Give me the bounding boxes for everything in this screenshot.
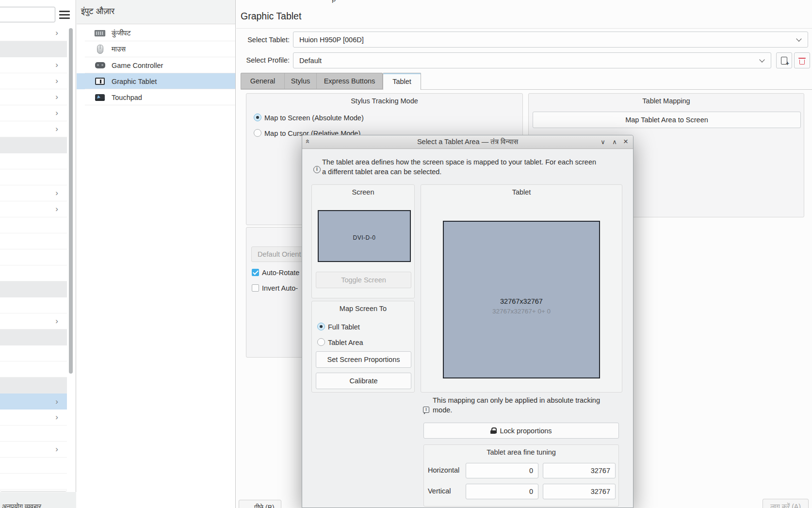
tablet-geometry-label: 32767x32767+ 0+ 0 bbox=[444, 308, 599, 315]
category-row[interactable] bbox=[0, 426, 67, 442]
category-row[interactable] bbox=[0, 57, 67, 73]
vertical-end-field[interactable]: 32767 bbox=[543, 484, 616, 499]
chevron-right-icon bbox=[55, 124, 58, 134]
category-row[interactable] bbox=[0, 458, 67, 474]
left-scrollbar[interactable] bbox=[68, 26, 73, 492]
trash-icon bbox=[798, 57, 806, 65]
scrollbar-thumb[interactable] bbox=[69, 28, 73, 374]
window-title-fragment: p bbox=[332, 0, 341, 4]
auto-rotate-checkbox[interactable] bbox=[252, 269, 259, 276]
radio-absolute-mode[interactable] bbox=[254, 114, 261, 121]
tab-general[interactable]: General bbox=[241, 73, 285, 89]
sidebar-item-graphic-tablet[interactable]: Graphic Tablet bbox=[77, 73, 235, 89]
tab-pane-border bbox=[241, 89, 812, 90]
back-button-label: ← पीछे (B) bbox=[245, 504, 274, 508]
radio-full-tablet-label[interactable]: Full Tablet bbox=[328, 323, 360, 331]
radio-absolute-label[interactable]: Map to Screen (Absolute Mode) bbox=[264, 114, 364, 122]
apply-button[interactable]: लागू करें (A) bbox=[763, 499, 809, 508]
invert-auto-rotate-checkbox[interactable] bbox=[252, 284, 259, 292]
tab-stylus[interactable]: Stylus bbox=[285, 73, 317, 89]
touchpad-icon bbox=[94, 92, 106, 103]
select-tablet-combobox[interactable]: Huion H950P [006D] bbox=[293, 32, 808, 48]
auto-rotate-label[interactable]: Auto-Rotate bbox=[262, 269, 299, 277]
select-profile-combobox[interactable]: Default bbox=[293, 52, 771, 68]
radio-full-tablet[interactable] bbox=[317, 323, 325, 330]
category-row[interactable] bbox=[0, 361, 67, 377]
close-button[interactable]: × bbox=[621, 137, 631, 147]
hamburger-menu-icon[interactable] bbox=[58, 9, 71, 20]
category-row[interactable] bbox=[0, 490, 67, 492]
category-row[interactable] bbox=[0, 105, 67, 121]
radio-relative-mode[interactable] bbox=[254, 129, 261, 137]
category-row[interactable] bbox=[0, 217, 67, 233]
category-row[interactable] bbox=[0, 169, 67, 185]
lock-proportions-label: Lock proportions bbox=[500, 427, 552, 435]
category-row[interactable] bbox=[0, 201, 67, 217]
category-row[interactable] bbox=[0, 377, 67, 393]
category-row[interactable] bbox=[0, 410, 67, 426]
category-row[interactable] bbox=[0, 41, 67, 57]
sidebar-item-game-controller[interactable]: Game Controller bbox=[77, 57, 235, 73]
category-row[interactable] bbox=[0, 281, 67, 297]
sidebar-item-mouse[interactable]: माउस bbox=[77, 41, 235, 57]
chevron-down-icon bbox=[796, 36, 801, 41]
radio-tablet-area-label[interactable]: Tablet Area bbox=[328, 339, 363, 346]
tablet-size-label: 32767x32767 bbox=[444, 297, 599, 305]
category-row[interactable] bbox=[0, 329, 67, 345]
screen-preview[interactable]: DVI-D-0 bbox=[318, 210, 411, 262]
sidebar-item-keyboard[interactable]: कुंजीपट bbox=[77, 25, 235, 41]
back-button[interactable]: ← पीछे (B) bbox=[239, 500, 281, 508]
calibrate-button[interactable]: Calibrate bbox=[316, 373, 411, 389]
tablet-area-preview[interactable]: 32767x32767 32767x32767+ 0+ 0 bbox=[443, 221, 600, 378]
info-icon bbox=[313, 166, 321, 173]
invert-auto-rotate-label[interactable]: Invert Auto- bbox=[262, 284, 298, 292]
category-row[interactable] bbox=[0, 121, 67, 137]
chevron-down-icon bbox=[759, 57, 764, 62]
note-icon bbox=[423, 407, 429, 413]
category-row[interactable] bbox=[0, 474, 67, 490]
horizontal-end-field[interactable]: 32767 bbox=[543, 463, 616, 478]
header-divider bbox=[236, 28, 812, 29]
category-row[interactable] bbox=[0, 345, 67, 361]
category-row[interactable] bbox=[0, 185, 67, 201]
new-profile-button[interactable] bbox=[776, 52, 792, 68]
maximize-button[interactable]: ∧ bbox=[610, 137, 619, 147]
set-screen-proportions-button[interactable]: Set Screen Proportions bbox=[316, 351, 411, 368]
category-row[interactable] bbox=[0, 297, 67, 313]
tab-tablet[interactable]: Tablet bbox=[383, 73, 421, 90]
map-tablet-area-button[interactable]: Map Tablet Area to Screen bbox=[533, 112, 801, 128]
category-row[interactable] bbox=[0, 313, 67, 329]
category-row[interactable] bbox=[0, 137, 67, 153]
device-sidebar: इंपुट औज़ार कुंजीपट माउस Game Controller… bbox=[77, 0, 236, 508]
category-row[interactable] bbox=[0, 233, 67, 249]
vertical-start-field[interactable]: 0 bbox=[466, 484, 538, 499]
dialog-titlebar[interactable]: Select a Tablet Area — तंत्र विन्यास ∨ ∧… bbox=[302, 135, 633, 149]
radio-tablet-area[interactable] bbox=[317, 338, 325, 346]
app-window: अनुप्रयोग व्यवहार इंपुट औज़ार कुंजीपट मा… bbox=[0, 0, 812, 508]
category-row[interactable] bbox=[0, 393, 67, 410]
select-profile-value: Default bbox=[299, 57, 322, 65]
map-screen-to-group: Map Screen To Full Tablet Tablet Area Se… bbox=[311, 301, 415, 393]
category-row[interactable] bbox=[0, 153, 67, 169]
delete-profile-button[interactable] bbox=[794, 52, 810, 68]
toggle-screen-button[interactable]: Toggle Screen bbox=[316, 272, 411, 288]
toggle-screen-label: Toggle Screen bbox=[341, 276, 386, 284]
tab-express-buttons[interactable]: Express Buttons bbox=[317, 73, 382, 89]
map-tablet-area-label: Map Tablet Area to Screen bbox=[625, 116, 708, 124]
left-footer-row[interactable]: अनुप्रयोग व्यवहार bbox=[0, 492, 76, 508]
sidebar-item-label: माउस bbox=[112, 45, 126, 53]
category-row[interactable] bbox=[0, 25, 67, 41]
category-row[interactable] bbox=[0, 249, 67, 265]
categories-column: अनुप्रयोग व्यवहार bbox=[0, 0, 76, 508]
category-row[interactable] bbox=[0, 73, 67, 89]
set-screen-proportions-label: Set Screen Proportions bbox=[327, 356, 400, 363]
horizontal-start-field[interactable]: 0 bbox=[466, 463, 538, 478]
dialog-title: Select a Tablet Area — तंत्र विन्यास bbox=[302, 138, 633, 146]
category-row[interactable] bbox=[0, 89, 67, 105]
sidebar-item-touchpad[interactable]: Touchpad bbox=[77, 89, 235, 105]
category-row[interactable] bbox=[0, 265, 67, 281]
minimize-button[interactable]: ∨ bbox=[598, 137, 608, 147]
search-input[interactable] bbox=[0, 7, 55, 22]
lock-proportions-button[interactable]: Lock proportions bbox=[423, 423, 619, 439]
category-row[interactable] bbox=[0, 442, 67, 458]
